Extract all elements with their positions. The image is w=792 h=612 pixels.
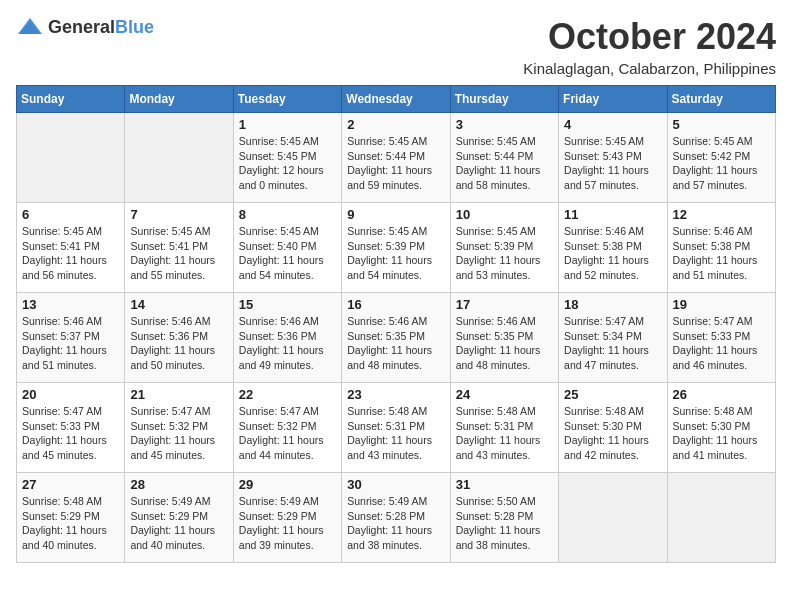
day-number: 13: [22, 297, 119, 312]
calendar-cell: 1Sunrise: 5:45 AM Sunset: 5:45 PM Daylig…: [233, 113, 341, 203]
calendar-cell: 21Sunrise: 5:47 AM Sunset: 5:32 PM Dayli…: [125, 383, 233, 473]
calendar-cell: 9Sunrise: 5:45 AM Sunset: 5:39 PM Daylig…: [342, 203, 450, 293]
day-detail: Sunrise: 5:45 AM Sunset: 5:39 PM Dayligh…: [456, 224, 553, 283]
calendar-cell: 23Sunrise: 5:48 AM Sunset: 5:31 PM Dayli…: [342, 383, 450, 473]
day-detail: Sunrise: 5:48 AM Sunset: 5:31 PM Dayligh…: [347, 404, 444, 463]
calendar-cell: 4Sunrise: 5:45 AM Sunset: 5:43 PM Daylig…: [559, 113, 667, 203]
day-number: 24: [456, 387, 553, 402]
logo-icon: [16, 16, 44, 38]
day-number: 2: [347, 117, 444, 132]
calendar-cell: 3Sunrise: 5:45 AM Sunset: 5:44 PM Daylig…: [450, 113, 558, 203]
calendar-week-row: 6Sunrise: 5:45 AM Sunset: 5:41 PM Daylig…: [17, 203, 776, 293]
calendar-cell: 25Sunrise: 5:48 AM Sunset: 5:30 PM Dayli…: [559, 383, 667, 473]
day-detail: Sunrise: 5:46 AM Sunset: 5:37 PM Dayligh…: [22, 314, 119, 373]
weekday-header-cell: Wednesday: [342, 86, 450, 113]
weekday-header-row: SundayMondayTuesdayWednesdayThursdayFrid…: [17, 86, 776, 113]
day-number: 17: [456, 297, 553, 312]
day-detail: Sunrise: 5:47 AM Sunset: 5:34 PM Dayligh…: [564, 314, 661, 373]
day-number: 11: [564, 207, 661, 222]
calendar-cell: [17, 113, 125, 203]
day-detail: Sunrise: 5:49 AM Sunset: 5:29 PM Dayligh…: [239, 494, 336, 553]
calendar-cell: 10Sunrise: 5:45 AM Sunset: 5:39 PM Dayli…: [450, 203, 558, 293]
day-number: 9: [347, 207, 444, 222]
calendar-cell: 6Sunrise: 5:45 AM Sunset: 5:41 PM Daylig…: [17, 203, 125, 293]
day-number: 15: [239, 297, 336, 312]
calendar-cell: 2Sunrise: 5:45 AM Sunset: 5:44 PM Daylig…: [342, 113, 450, 203]
day-number: 8: [239, 207, 336, 222]
day-detail: Sunrise: 5:46 AM Sunset: 5:35 PM Dayligh…: [347, 314, 444, 373]
day-detail: Sunrise: 5:46 AM Sunset: 5:36 PM Dayligh…: [130, 314, 227, 373]
calendar-cell: 15Sunrise: 5:46 AM Sunset: 5:36 PM Dayli…: [233, 293, 341, 383]
day-detail: Sunrise: 5:48 AM Sunset: 5:29 PM Dayligh…: [22, 494, 119, 553]
day-number: 14: [130, 297, 227, 312]
calendar-cell: 31Sunrise: 5:50 AM Sunset: 5:28 PM Dayli…: [450, 473, 558, 563]
day-number: 1: [239, 117, 336, 132]
calendar-cell: [667, 473, 775, 563]
calendar-cell: 22Sunrise: 5:47 AM Sunset: 5:32 PM Dayli…: [233, 383, 341, 473]
day-number: 23: [347, 387, 444, 402]
title-area: October 2024 Kinalaglagan, Calabarzon, P…: [523, 16, 776, 77]
location-title: Kinalaglagan, Calabarzon, Philippines: [523, 60, 776, 77]
day-detail: Sunrise: 5:45 AM Sunset: 5:39 PM Dayligh…: [347, 224, 444, 283]
weekday-header-cell: Thursday: [450, 86, 558, 113]
calendar-cell: 27Sunrise: 5:48 AM Sunset: 5:29 PM Dayli…: [17, 473, 125, 563]
day-number: 3: [456, 117, 553, 132]
day-number: 22: [239, 387, 336, 402]
day-detail: Sunrise: 5:47 AM Sunset: 5:33 PM Dayligh…: [673, 314, 770, 373]
calendar-cell: 18Sunrise: 5:47 AM Sunset: 5:34 PM Dayli…: [559, 293, 667, 383]
day-detail: Sunrise: 5:46 AM Sunset: 5:38 PM Dayligh…: [564, 224, 661, 283]
calendar-week-row: 1Sunrise: 5:45 AM Sunset: 5:45 PM Daylig…: [17, 113, 776, 203]
calendar-cell: 28Sunrise: 5:49 AM Sunset: 5:29 PM Dayli…: [125, 473, 233, 563]
calendar-body: 1Sunrise: 5:45 AM Sunset: 5:45 PM Daylig…: [17, 113, 776, 563]
day-number: 25: [564, 387, 661, 402]
calendar-week-row: 20Sunrise: 5:47 AM Sunset: 5:33 PM Dayli…: [17, 383, 776, 473]
calendar-week-row: 27Sunrise: 5:48 AM Sunset: 5:29 PM Dayli…: [17, 473, 776, 563]
weekday-header-cell: Monday: [125, 86, 233, 113]
calendar-cell: 13Sunrise: 5:46 AM Sunset: 5:37 PM Dayli…: [17, 293, 125, 383]
calendar-cell: 26Sunrise: 5:48 AM Sunset: 5:30 PM Dayli…: [667, 383, 775, 473]
day-detail: Sunrise: 5:46 AM Sunset: 5:38 PM Dayligh…: [673, 224, 770, 283]
logo-blue: Blue: [115, 17, 154, 37]
day-detail: Sunrise: 5:47 AM Sunset: 5:32 PM Dayligh…: [239, 404, 336, 463]
calendar-cell: 14Sunrise: 5:46 AM Sunset: 5:36 PM Dayli…: [125, 293, 233, 383]
day-detail: Sunrise: 5:45 AM Sunset: 5:41 PM Dayligh…: [22, 224, 119, 283]
calendar-cell: 16Sunrise: 5:46 AM Sunset: 5:35 PM Dayli…: [342, 293, 450, 383]
day-detail: Sunrise: 5:45 AM Sunset: 5:43 PM Dayligh…: [564, 134, 661, 193]
day-detail: Sunrise: 5:47 AM Sunset: 5:32 PM Dayligh…: [130, 404, 227, 463]
day-number: 31: [456, 477, 553, 492]
day-detail: Sunrise: 5:48 AM Sunset: 5:30 PM Dayligh…: [564, 404, 661, 463]
day-detail: Sunrise: 5:49 AM Sunset: 5:29 PM Dayligh…: [130, 494, 227, 553]
day-detail: Sunrise: 5:45 AM Sunset: 5:42 PM Dayligh…: [673, 134, 770, 193]
day-number: 29: [239, 477, 336, 492]
calendar-cell: 11Sunrise: 5:46 AM Sunset: 5:38 PM Dayli…: [559, 203, 667, 293]
day-number: 6: [22, 207, 119, 222]
weekday-header-cell: Tuesday: [233, 86, 341, 113]
day-number: 12: [673, 207, 770, 222]
day-detail: Sunrise: 5:45 AM Sunset: 5:44 PM Dayligh…: [456, 134, 553, 193]
day-detail: Sunrise: 5:46 AM Sunset: 5:35 PM Dayligh…: [456, 314, 553, 373]
weekday-header-cell: Sunday: [17, 86, 125, 113]
day-number: 19: [673, 297, 770, 312]
day-number: 26: [673, 387, 770, 402]
calendar-cell: 7Sunrise: 5:45 AM Sunset: 5:41 PM Daylig…: [125, 203, 233, 293]
calendar-cell: 17Sunrise: 5:46 AM Sunset: 5:35 PM Dayli…: [450, 293, 558, 383]
calendar-cell: 30Sunrise: 5:49 AM Sunset: 5:28 PM Dayli…: [342, 473, 450, 563]
day-number: 18: [564, 297, 661, 312]
day-detail: Sunrise: 5:48 AM Sunset: 5:30 PM Dayligh…: [673, 404, 770, 463]
day-number: 5: [673, 117, 770, 132]
logo: GeneralBlue: [16, 16, 154, 38]
calendar-week-row: 13Sunrise: 5:46 AM Sunset: 5:37 PM Dayli…: [17, 293, 776, 383]
day-number: 20: [22, 387, 119, 402]
day-number: 16: [347, 297, 444, 312]
day-number: 10: [456, 207, 553, 222]
day-number: 4: [564, 117, 661, 132]
day-detail: Sunrise: 5:45 AM Sunset: 5:41 PM Dayligh…: [130, 224, 227, 283]
calendar-cell: 24Sunrise: 5:48 AM Sunset: 5:31 PM Dayli…: [450, 383, 558, 473]
header: GeneralBlue October 2024 Kinalaglagan, C…: [16, 16, 776, 77]
weekday-header-cell: Friday: [559, 86, 667, 113]
calendar-cell: [125, 113, 233, 203]
calendar-table: SundayMondayTuesdayWednesdayThursdayFrid…: [16, 85, 776, 563]
day-detail: Sunrise: 5:45 AM Sunset: 5:44 PM Dayligh…: [347, 134, 444, 193]
day-number: 27: [22, 477, 119, 492]
logo-general: General: [48, 17, 115, 37]
